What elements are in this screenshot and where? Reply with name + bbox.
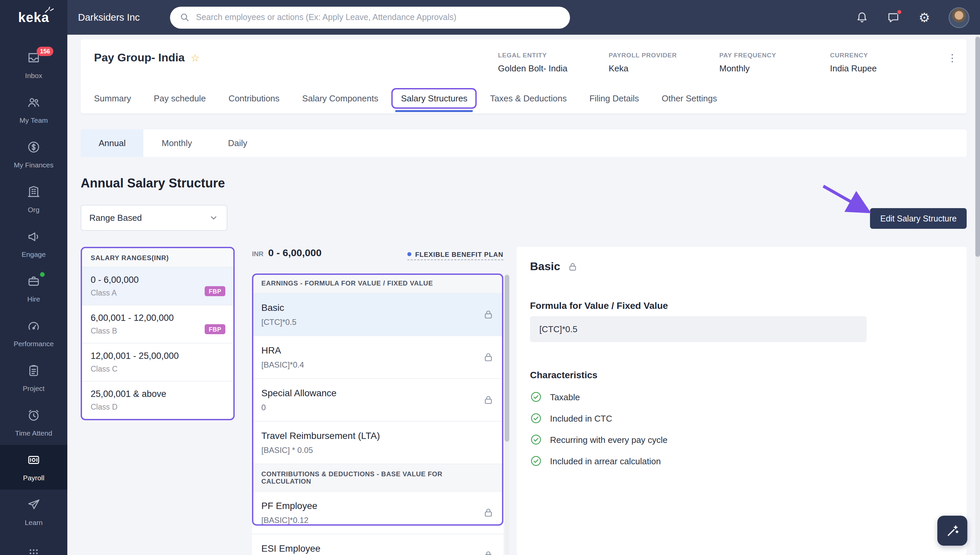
components-scrollbar-thumb[interactable] (505, 275, 509, 441)
characteristics-label: Characteristics (530, 370, 597, 380)
sidebar-item[interactable]: 156 Inbox (0, 43, 67, 87)
edit-salary-structure-button[interactable]: Edit Salary Structure (870, 208, 967, 229)
component-item[interactable]: HRA [BASIC]*0.4 (252, 336, 504, 379)
tab[interactable]: Filing Details (589, 93, 639, 103)
chevron-down-icon (209, 213, 219, 223)
salary-range-item[interactable]: 0 - 6,00,000 Class A FBP (82, 268, 233, 306)
page-scrollbar-thumb[interactable] (975, 37, 980, 257)
avatar[interactable] (949, 7, 969, 28)
payroll-icon (27, 453, 41, 467)
sidebar-item-label: Org (28, 205, 39, 213)
meta-value: Keka (609, 63, 719, 73)
range-label: 0 - 6,00,000 (268, 247, 321, 258)
component-row: Travel Reimbursement (LTA) [BASIC] * 0.0… (252, 422, 504, 464)
salary-ranges-list: 0 - 6,00,000 Class A FBP 6,00,001 - 12,0… (82, 268, 233, 419)
detail-title-row: Basic (530, 260, 578, 274)
characteristic-item: Included in arrear calculation (530, 455, 668, 467)
search-input[interactable] (196, 13, 561, 22)
kebab-menu-icon[interactable]: ⋮ (947, 52, 957, 64)
chat-icon[interactable] (886, 10, 900, 24)
bell-icon[interactable] (855, 10, 869, 24)
sidebar-item[interactable]: Engage (0, 221, 67, 266)
meta-label: PAYROLL PROVIDER (609, 51, 719, 59)
component-item[interactable]: Special Allowance 0 (252, 379, 504, 422)
meta-value: Golden Bolt- India (498, 63, 609, 73)
sidebar-item[interactable]: Time Attend (0, 400, 67, 445)
global-search[interactable] (170, 6, 570, 28)
gear-icon[interactable]: ⚙ (917, 10, 931, 24)
component-item[interactable]: ESI Employee [CTC] (252, 534, 504, 555)
range-type-dropdown[interactable]: Range Based (81, 205, 227, 231)
pay-group-header-card: Pay Group- India ☆ LEGAL ENTITY Golden B… (81, 39, 967, 114)
performance-icon (27, 319, 41, 333)
component-name: HRA (261, 345, 304, 356)
range-value: 0 - 6,00,000 (91, 275, 225, 285)
subtab[interactable]: Annual (81, 130, 144, 157)
subtab[interactable]: Monthly (144, 130, 210, 157)
flexible-benefit-plan-link[interactable]: FLEXIBLE BENEFIT PLAN (407, 250, 504, 260)
component-item[interactable]: Basic [CTC]*0.5 (252, 294, 504, 336)
salary-range-item[interactable]: 6,00,001 - 12,00,000 Class B FBP (82, 306, 233, 343)
keka-logo[interactable]: keka (0, 0, 67, 35)
components-list: EARNINGS - FORMULA FOR VALUE / FIXED VAL… (252, 274, 504, 555)
sidebar-item[interactable] (0, 534, 67, 555)
sidebar-item[interactable]: Hire (0, 266, 67, 311)
tab[interactable]: Taxes & Deductions (490, 93, 567, 103)
sidebar-item[interactable]: Performance (0, 311, 67, 356)
tab[interactable]: Pay schedule (153, 93, 206, 103)
sidebar-item-label: Engage (22, 250, 46, 258)
component-item[interactable]: PF Employee [BASIC]*0.12 (252, 492, 504, 534)
sidebar-item[interactable]: Project (0, 356, 67, 400)
main-content: Pay Group- India ☆ LEGAL ENTITY Golden B… (67, 35, 980, 555)
tab[interactable]: Salary Structures (401, 93, 467, 103)
sidebar-item-label: My Finances (14, 161, 53, 169)
salary-range-item[interactable]: 25,00,001 & above Class D (82, 382, 233, 419)
magic-wand-fab[interactable] (937, 516, 967, 546)
subtab[interactable]: Daily (210, 130, 265, 157)
meta-field: CURRENCY India Rupee (830, 51, 941, 73)
lock-icon (483, 507, 494, 518)
range-class: Class D (91, 403, 225, 411)
tab[interactable]: Summary (94, 93, 131, 103)
company-name: Darksiders Inc (78, 12, 159, 23)
component-name: Special Allowance (261, 388, 337, 398)
sidebar-item[interactable]: Payroll (0, 445, 67, 489)
component-row: PF Employee [BASIC]*0.12 (252, 492, 504, 534)
tab[interactable]: Other Settings (662, 93, 717, 103)
magic-wand-icon (944, 523, 960, 539)
characteristic-label: Taxable (550, 392, 580, 402)
formula-label: Formula for Value / Fixed Value (530, 300, 668, 311)
tab[interactable]: Contributions (228, 93, 279, 103)
component-row: Special Allowance 0 (252, 379, 504, 422)
section-heading: Annual Salary Structure (81, 176, 225, 191)
sidebar-item[interactable]: My Finances (0, 132, 67, 177)
sidebar-item[interactable]: Learn (0, 489, 67, 534)
salary-range-item[interactable]: 12,00,001 - 25,00,000 Class C (82, 343, 233, 382)
component-row: Basic [CTC]*0.5 (252, 294, 504, 336)
components-scrollbar[interactable] (505, 274, 509, 555)
tab[interactable]: Salary Components (302, 93, 378, 103)
meta-label: PAY FREQUENCY (719, 51, 830, 59)
period-subtabs: Annual Monthly Daily (81, 130, 967, 157)
range-value: 6,00,001 - 12,00,000 (91, 313, 225, 323)
characteristic-item: Recurring with every pay cycle (530, 434, 668, 446)
component-item[interactable]: Travel Reimbursement (LTA) [BASIC] * 0.0… (252, 422, 504, 464)
sidebar: 156 Inbox My Team (0, 35, 67, 555)
check-circle-icon (530, 455, 542, 467)
sidebar-item[interactable]: Org (0, 177, 67, 221)
component-name: Travel Reimbursement (LTA) (261, 430, 380, 441)
check-circle-icon (530, 391, 542, 403)
components-header: INR 0 - 6,00,000 FLEXIBLE BENEFIT PLAN (252, 247, 504, 263)
fbp-badge: FBP (205, 324, 225, 334)
sidebar-item-label: Learn (25, 518, 43, 526)
sidebar-item[interactable]: My Team (0, 87, 67, 132)
sidebar-item-label: Payroll (23, 473, 44, 482)
formula-value-box[interactable]: [CTC]*0.5 (530, 316, 866, 342)
sidebar-item-label: Inbox (25, 71, 42, 79)
page-scrollbar[interactable] (975, 35, 980, 555)
sidebar-item-label: Performance (14, 340, 54, 348)
sidebar-item-label: Project (23, 384, 44, 392)
favorite-star-icon[interactable]: ☆ (191, 52, 200, 64)
component-name: PF Employee (261, 500, 317, 511)
lock-icon (483, 351, 494, 363)
